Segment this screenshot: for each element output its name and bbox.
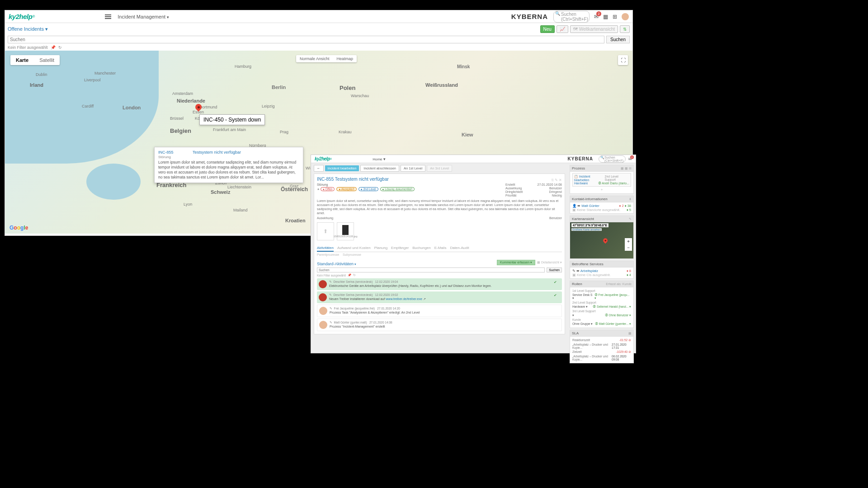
- map-tab-satellit[interactable]: Satellit: [34, 55, 60, 65]
- activity-search-button[interactable]: Suchen: [547, 267, 562, 272]
- topbar-2: ky2help® Home KYBERNA Suchen (Ctrl+Shift…: [311, 155, 636, 163]
- map-pin[interactable]: [195, 104, 202, 114]
- view-type-switch[interactable]: Normale Ansicht Heatmap: [296, 55, 357, 62]
- view-title-dropdown[interactable]: Offene Incidents ▾: [8, 26, 48, 32]
- city-lyon: Lyon: [184, 202, 192, 206]
- mini-map[interactable]: 47°09'07.3"N 9°30'46.0"E Größere Karte a…: [570, 222, 633, 258]
- search-button[interactable]: Suchen: [606, 36, 630, 43]
- tab-audit[interactable]: Daten-Audit: [450, 245, 469, 252]
- city-cardiff: Cardiff: [82, 104, 94, 108]
- mail-icon-2[interactable]: ✉2: [628, 157, 632, 161]
- tag-2ndlevel: ● 2nd Level: [359, 187, 378, 191]
- incident-type: Störung: [317, 183, 503, 186]
- tag-offen: ● Offen: [321, 187, 335, 191]
- notif-badge: 2: [596, 11, 601, 16]
- city-london: London: [123, 105, 141, 110]
- menu-icon[interactable]: [105, 14, 111, 20]
- app-logo-2[interactable]: ky2help: [315, 156, 330, 161]
- avatar-icon: [319, 307, 327, 315]
- upload-button[interactable]: ⬆: [317, 222, 334, 240]
- prozess-panel: Prozess▦ ▦ ⊞ 📋 Incident bearbeiten2nd Le…: [570, 165, 634, 194]
- close-incident-button[interactable]: Incident abschliessen: [360, 165, 399, 172]
- map-tooltip[interactable]: INC-450 - System down: [199, 114, 265, 125]
- tab-empfaenger[interactable]: Empfänger: [391, 245, 409, 252]
- tab-aufwand[interactable]: Aufwand und Kosten: [337, 245, 371, 252]
- module-dropdown[interactable]: Incident Management: [118, 14, 169, 19]
- subtab-sub[interactable]: Subprozesse: [343, 253, 361, 256]
- activity-no-filter: Kein Filter ausgewählt: [317, 274, 346, 277]
- zoom-controls[interactable]: ＋－: [625, 238, 632, 251]
- level1-button[interactable]: An 1st Level: [401, 165, 425, 172]
- refresh-icon[interactable]: ↻: [58, 45, 62, 50]
- new-button[interactable]: Neu: [540, 25, 555, 33]
- subtab-parent[interactable]: Parentprozesse: [317, 253, 339, 256]
- popup-sub: Störung: [158, 155, 171, 159]
- popup-title[interactable]: Testsystem nicht verfügbar: [193, 150, 241, 155]
- mail-icon[interactable]: ✉2: [594, 14, 599, 20]
- mapview-button[interactable]: 🗺 Weltkartenansicht: [570, 25, 618, 33]
- city-berlin: Berlin: [272, 84, 286, 90]
- search-input[interactable]: [8, 36, 604, 43]
- level3-button[interactable]: An 3rd Level: [427, 165, 452, 172]
- city-leipzig: Leipzig: [262, 104, 275, 108]
- back-button[interactable]: ←: [314, 165, 324, 172]
- activities-dropdown[interactable]: Standard-Aktivitäten: [317, 262, 356, 266]
- view-normal[interactable]: Normale Ansicht: [296, 55, 333, 62]
- no-filter-label: Kein Filter ausgewählt: [8, 45, 48, 50]
- tab-emails[interactable]: E-Mails: [434, 245, 447, 252]
- rollen-panel: RollenErfasst als: Kunde 1st Level Suppo…: [570, 281, 634, 328]
- city-amsterdam: Amsterdam: [172, 91, 193, 96]
- city-prag: Prag: [280, 130, 288, 134]
- apps-icon[interactable]: ⊞: [613, 14, 617, 20]
- tab-aktivitaeten[interactable]: Aktivitäten: [317, 245, 334, 252]
- activity-item[interactable]: ✎ Deschler Serina (servicedesk) 12.02.20…: [317, 278, 562, 290]
- activity-item[interactable]: ✎ Frei Jacqueline (jacqueline.frei) 27.0…: [317, 305, 562, 317]
- sort-icon[interactable]: ⇅: [620, 25, 630, 33]
- user-avatar[interactable]: [622, 13, 629, 20]
- city-warschau: Warschau: [351, 94, 369, 98]
- refresh-icon[interactable]: ↻: [353, 273, 356, 277]
- home-dropdown[interactable]: Home: [373, 157, 386, 161]
- map-tab-karte[interactable]: Karte: [10, 55, 34, 65]
- tab-buchungen[interactable]: Buchungen: [412, 245, 430, 252]
- map-popup[interactable]: INC-855 Testsystem nicht verfügbar Störu…: [154, 147, 303, 183]
- edit-button[interactable]: Incident bearbeiten: [325, 165, 359, 171]
- label-niederlande: Niederlande: [177, 98, 205, 103]
- activity-item[interactable]: ✎ Matt Günter (gunter.matt) 27.01.2020 1…: [317, 319, 562, 331]
- pin-icon[interactable]: 📌: [51, 45, 56, 50]
- city-frankfurt: Frankfurt am Main: [213, 127, 246, 132]
- city-hamburg: Hamburg: [235, 64, 251, 69]
- popup-body: Lorem ipsum dolor sit amet, consetetur s…: [158, 160, 299, 180]
- detail-window: ky2help® Home KYBERNA Suchen (Ctrl+Shift…: [311, 155, 636, 353]
- tab-planung[interactable]: Planung: [374, 245, 387, 252]
- pin-icon[interactable]: 📌: [348, 273, 351, 277]
- news-icon[interactable]: ▦: [603, 14, 608, 20]
- attachment-thumb[interactable]: 1580130514128.jpg: [337, 222, 354, 240]
- label-kroatien: Kroatien: [285, 218, 306, 223]
- fullscreen-icon[interactable]: ⛶: [618, 55, 628, 65]
- popup-id[interactable]: INC-855: [158, 150, 174, 155]
- activity-item[interactable]: ✎ Deschler Serina (servicedesk) 12.02.20…: [317, 291, 562, 303]
- incident-description: Lorem ipsum dolor sit amet, consetetur s…: [317, 199, 562, 215]
- kommentar-button[interactable]: Kommentar erfassen ▾: [497, 260, 535, 265]
- mini-map-pin[interactable]: [603, 238, 608, 245]
- app-logo[interactable]: ky2help: [9, 13, 32, 20]
- chart-icon[interactable]: 📈: [557, 25, 568, 33]
- tag-dokumentiert: ● Lösung dokumentiert: [380, 187, 415, 191]
- map-type-switch[interactable]: Karte Satellit: [10, 55, 60, 65]
- incident-panel: INC-855 Testsystem nicht verfügbar ⎘ ✎ ✕…: [314, 174, 565, 334]
- notif-badge-2: 2: [630, 155, 634, 159]
- global-search[interactable]: Suchen (Ctrl+Shift+F): [553, 11, 590, 23]
- search-row: Suchen: [5, 35, 632, 44]
- view-bar: Offene Incidents ▾ Neu 📈 🗺 Weltkartenans…: [5, 23, 632, 35]
- sla-panel: SLA▦ Reaktionszeit-01:52 ⊘„Arbeitsplatz …: [570, 330, 634, 363]
- check-icon: ✔: [554, 280, 560, 288]
- bigger-map-link[interactable]: Größere Karte ansehen: [571, 228, 602, 231]
- action-bar: ← Incident bearbeiten Incident abschlies…: [314, 165, 565, 172]
- detail-toggle[interactable]: ▦ Detailansicht ▾: [537, 261, 562, 264]
- activity-search[interactable]: [317, 267, 545, 272]
- view-heatmap[interactable]: Heatmap: [333, 55, 357, 62]
- filter-row: Kein Filter ausgewählt 📌 ↻: [5, 44, 632, 51]
- google-logo: Google: [9, 225, 28, 231]
- global-search-2[interactable]: Suchen (Ctrl+Shift+F): [599, 155, 626, 163]
